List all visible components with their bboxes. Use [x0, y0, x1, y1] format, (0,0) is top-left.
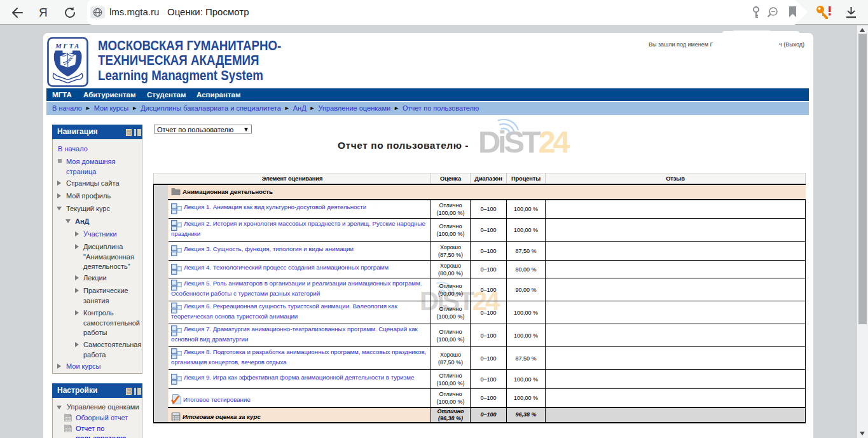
- svg-text:МГТА: МГТА: [55, 42, 81, 50]
